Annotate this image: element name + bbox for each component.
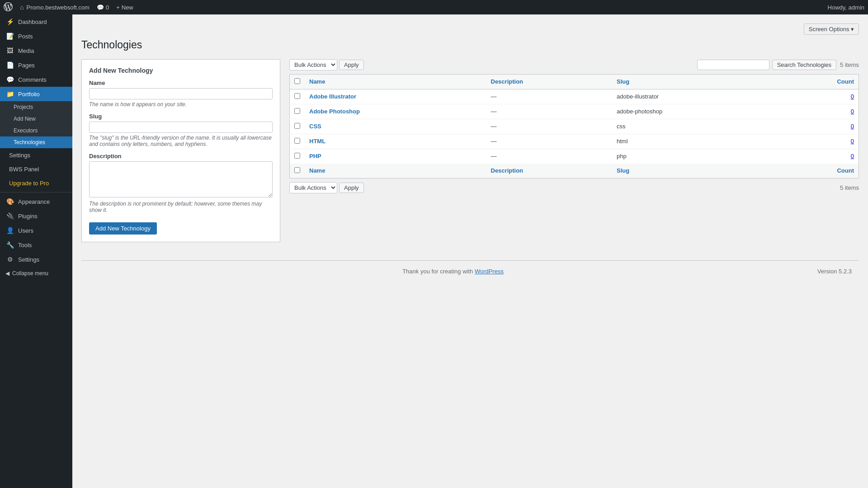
row-checkbox-4[interactable]: [294, 153, 300, 159]
search-technologies-input[interactable]: [697, 60, 769, 70]
th-slug-bottom[interactable]: Slug: [612, 164, 779, 178]
sidebar-item-upgrade-to-pro[interactable]: Upgrade to Pro: [0, 176, 72, 190]
items-count-top: 5 items: [840, 61, 859, 68]
admin-sidebar: ⚡Dashboard 📝Posts 🖼Media 📄Pages 💬Comment…: [0, 14, 72, 488]
th-name-bottom[interactable]: Name: [305, 164, 486, 178]
sidebar-item-add-new[interactable]: Add New: [0, 113, 72, 125]
sidebar-item-media[interactable]: 🖼Media: [0, 43, 72, 58]
search-technologies-button[interactable]: Search Technologies: [772, 60, 836, 70]
th-count-top[interactable]: Count: [779, 74, 859, 89]
collapse-menu-btn[interactable]: ◀ Collapse menu: [0, 267, 72, 280]
row-description-3: —: [486, 134, 612, 149]
th-description-top[interactable]: Description: [486, 74, 612, 89]
row-name-link-4[interactable]: PHP: [309, 153, 321, 160]
portfolio-icon: 📁: [5, 90, 14, 98]
row-count-link-4[interactable]: 0: [851, 153, 854, 160]
row-slug-1: adobe-photoshop: [612, 104, 779, 119]
tablenav-top: Bulk Actions Apply Search Technologies 5…: [289, 59, 859, 70]
technologies-table: Name Description Slug Count Adobe Illust…: [289, 74, 859, 178]
sidebar-item-comments[interactable]: 💬Comments: [0, 72, 72, 87]
sidebar-item-portfolio[interactable]: 📁Portfolio: [0, 87, 72, 101]
row-slug-3: html: [612, 134, 779, 149]
sidebar-item-technologies[interactable]: Technologies: [0, 136, 72, 148]
row-name-link-3[interactable]: HTML: [309, 138, 326, 145]
sidebar-item-appearance[interactable]: 🎨Appearance: [0, 194, 72, 209]
bubble-icon: 💬: [97, 4, 104, 11]
sidebar-item-pages[interactable]: 📄Pages: [0, 58, 72, 72]
collapse-icon: ◀: [5, 270, 9, 277]
technologies-table-wrap: Bulk Actions Apply Search Technologies 5…: [289, 59, 859, 193]
footer-wordpress-link[interactable]: WordPress: [475, 268, 504, 275]
description-hint: The description is not prominent by defa…: [89, 201, 273, 213]
site-name-link[interactable]: Promo.bestwebsoft.com: [20, 4, 90, 11]
bulk-actions-select-bottom[interactable]: Bulk Actions: [289, 182, 337, 193]
new-link[interactable]: + New: [116, 4, 133, 11]
sidebar-item-plugins[interactable]: 🔌Plugins: [0, 209, 72, 223]
name-input[interactable]: [89, 88, 273, 99]
row-checkbox-1[interactable]: [294, 108, 300, 114]
name-hint: The name is how it appears on your site.: [89, 101, 273, 108]
row-description-4: —: [486, 149, 612, 164]
slug-label: Slug: [89, 113, 273, 120]
th-description-bottom[interactable]: Description: [486, 164, 612, 178]
sidebar-item-posts[interactable]: 📝Posts: [0, 29, 72, 43]
sidebar-item-projects[interactable]: Projects: [0, 101, 72, 113]
plus-icon: +: [116, 4, 120, 11]
sidebar-item-tools[interactable]: 🔧Tools: [0, 238, 72, 252]
select-all-checkbox-top[interactable]: [294, 78, 300, 84]
row-name-link-0[interactable]: Adobe Illustrator: [309, 93, 356, 100]
name-field-group: Name The name is how it appears on your …: [89, 80, 273, 108]
row-slug-2: css: [612, 119, 779, 134]
sidebar-item-executors[interactable]: Executors: [0, 125, 72, 136]
row-checkbox-0[interactable]: [294, 93, 300, 99]
appearance-icon: 🎨: [5, 198, 14, 205]
apply-button-bottom[interactable]: Apply: [339, 183, 364, 193]
row-name-link-1[interactable]: Adobe Photoshop: [309, 108, 360, 115]
admin-bar: Promo.bestwebsoft.com 💬 0 + New Howdy, a…: [0, 0, 868, 14]
footer-thank-you: Thank you for creating with: [402, 268, 473, 275]
wp-logo[interactable]: [4, 2, 13, 13]
posts-icon: 📝: [5, 33, 14, 40]
dashboard-icon: ⚡: [5, 18, 14, 25]
th-slug-top[interactable]: Slug: [612, 74, 779, 89]
row-count-link-2[interactable]: 0: [851, 123, 854, 130]
plugins-icon: 🔌: [5, 212, 14, 220]
bulk-actions-select-top[interactable]: Bulk Actions: [289, 59, 337, 70]
row-checkbox-2[interactable]: [294, 123, 300, 129]
sidebar-item-bws-panel[interactable]: BWS Panel: [0, 162, 72, 176]
row-count-link-1[interactable]: 0: [851, 108, 854, 115]
add-new-form-title: Add New Technology: [89, 67, 273, 74]
add-new-technology-form: Add New Technology Name The name is how …: [81, 59, 280, 242]
th-check-bottom: [290, 164, 305, 178]
items-count-bottom: 5 items: [840, 184, 859, 191]
th-count-bottom[interactable]: Count: [779, 164, 859, 178]
description-field-group: Description The description is not promi…: [89, 153, 273, 213]
row-checkbox-3[interactable]: [294, 138, 300, 144]
row-slug-0: adobe-illustrator: [612, 89, 779, 104]
row-count-link-3[interactable]: 0: [851, 138, 854, 145]
sidebar-item-users[interactable]: 👤Users: [0, 223, 72, 238]
sidebar-item-settings[interactable]: ⚙Settings: [0, 252, 72, 267]
name-label: Name: [89, 80, 273, 86]
description-textarea[interactable]: [89, 161, 273, 197]
sidebar-item-portfolio-settings[interactable]: Settings: [0, 148, 72, 162]
slug-field-group: Slug The "slug" is the URL-friendly vers…: [89, 113, 273, 147]
th-name-top[interactable]: Name: [305, 74, 486, 89]
row-count-link-0[interactable]: 0: [851, 93, 854, 100]
users-icon: 👤: [5, 227, 14, 234]
row-description-2: —: [486, 119, 612, 134]
screen-options-button[interactable]: Screen Options ▾: [804, 23, 859, 35]
howdy-label: Howdy, admin: [828, 4, 864, 11]
footer-version: Version 5.2.3: [817, 268, 852, 275]
slug-input[interactable]: [89, 122, 273, 133]
select-all-checkbox-bottom[interactable]: [294, 167, 300, 173]
row-description-0: —: [486, 89, 612, 104]
comments-link[interactable]: 💬 0: [97, 4, 109, 11]
sidebar-item-dashboard[interactable]: ⚡Dashboard: [0, 14, 72, 29]
tablenav-bottom: Bulk Actions Apply 5 items: [289, 182, 859, 193]
th-check-top: [290, 74, 305, 89]
table-row: PHP — php 0: [290, 149, 859, 164]
add-new-technology-button[interactable]: Add New Technology: [89, 222, 157, 235]
apply-button-top[interactable]: Apply: [339, 60, 364, 70]
row-name-link-2[interactable]: CSS: [309, 123, 321, 130]
